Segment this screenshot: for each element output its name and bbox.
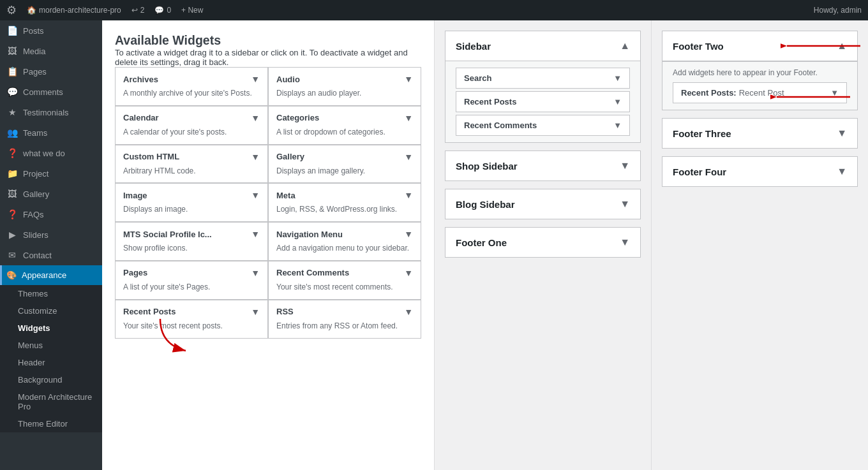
widget-rss-desc: Entries from any RSS or Atom feed. xyxy=(276,321,413,332)
pages-icon: 📋 xyxy=(6,66,18,77)
sub-item-header[interactable]: Header xyxy=(0,354,102,371)
shop-sidebar-header[interactable]: Shop Sidebar ▼ xyxy=(445,151,640,180)
blog-sidebar-title: Blog Sidebar xyxy=(456,199,515,210)
whatwedo-icon: ❓ xyxy=(6,148,18,158)
footer-four-header[interactable]: Footer Four ▼ xyxy=(662,157,857,186)
sidebar-item-teams[interactable]: 👥 Teams xyxy=(0,122,102,143)
sidebar-widget-recent-comments-arrow: ▼ xyxy=(613,121,622,130)
footer-four-arrow: ▼ xyxy=(837,166,847,177)
sub-item-theme-editor[interactable]: Theme Editor xyxy=(0,415,102,432)
sub-item-themes[interactable]: Themes xyxy=(0,285,102,302)
widget-audio[interactable]: Audio ▼ Displays an audio player. xyxy=(268,67,421,106)
sidebar-item-testimonials[interactable]: ★ Testimonials xyxy=(0,102,102,122)
sidebar-section-arrow: ▲ xyxy=(620,40,630,52)
widget-mts-social[interactable]: MTS Social Profile Ic... ▼ Show profile … xyxy=(115,222,268,261)
footer-two-body: Add widgets here to appear in your Foote… xyxy=(662,61,857,110)
sidebar-widget-recent-comments[interactable]: Recent Comments ▼ xyxy=(456,115,630,136)
widget-nav-menu[interactable]: Navigation Menu ▼ Add a navigation menu … xyxy=(268,222,421,261)
sidebar-widget-recent-posts-label: Recent Posts xyxy=(464,97,516,106)
faqs-icon: ❓ xyxy=(6,209,18,219)
blog-sidebar-header[interactable]: Blog Sidebar ▼ xyxy=(445,189,640,219)
footer-one-arrow: ▼ xyxy=(620,237,630,248)
sidebar-item-media[interactable]: 🖼 Media xyxy=(0,41,102,61)
widget-custom-html-arrow: ▼ xyxy=(251,152,260,162)
footer-two-widget-recent-posts[interactable]: Recent Posts: Recent Post ▼ xyxy=(673,82,847,103)
sidebar-widget-recent-posts[interactable]: Recent Posts ▼ xyxy=(456,91,630,112)
sidebar-section: Sidebar ▲ Search ▼ Recent Posts ▼ xyxy=(445,31,641,143)
footer-three-arrow: ▼ xyxy=(837,128,847,139)
widget-nav-menu-arrow: ▼ xyxy=(404,229,413,239)
widget-pages[interactable]: Pages ▼ A list of your site's Pages. xyxy=(115,261,268,300)
sidebar-item-sliders[interactable]: ▶ Sliders xyxy=(0,224,102,245)
sub-item-modern-arch[interactable]: Modern Architecture Pro xyxy=(0,388,102,415)
footer-two-arrow: ▲ xyxy=(837,40,847,52)
footer-one-title: Footer One xyxy=(456,237,507,248)
howdy-label: Howdy, admin xyxy=(814,6,862,15)
footer-one-header[interactable]: Footer One ▼ xyxy=(445,228,640,257)
admin-bar: ⚙ 🏠 morden-architecture-pro ↩ 2 💬 0 + Ne… xyxy=(0,0,868,20)
available-widgets-desc: To activate a widget drag it to a sideba… xyxy=(115,48,421,67)
comments-nav-icon: 💬 xyxy=(6,87,18,97)
widget-recent-posts-title: Recent Posts xyxy=(123,307,176,316)
widget-gallery-title: Gallery xyxy=(276,152,304,161)
widget-mts-social-title: MTS Social Profile Ic... xyxy=(123,230,212,239)
sidebar-item-pages[interactable]: 📋 Pages xyxy=(0,61,102,82)
widget-gallery[interactable]: Gallery ▼ Displays an image gallery. xyxy=(268,145,421,184)
media-label: Media xyxy=(23,47,45,56)
shop-sidebar-title: Shop Sidebar xyxy=(456,161,518,172)
new-bar[interactable]: + New xyxy=(181,6,203,15)
widget-calendar-arrow: ▼ xyxy=(251,113,260,123)
widget-gallery-arrow: ▼ xyxy=(404,152,413,162)
widget-recent-posts-desc: Your site's most recent posts. xyxy=(123,321,260,332)
widget-custom-html[interactable]: Custom HTML ▼ Arbitrary HTML code. xyxy=(115,145,268,184)
comments-bar[interactable]: 💬 0 xyxy=(154,6,171,15)
site-name-bar[interactable]: 🏠 morden-architecture-pro xyxy=(27,6,121,15)
widget-image[interactable]: Image ▼ Displays an image. xyxy=(115,183,268,222)
gallery-icon: 🖼 xyxy=(6,189,18,199)
widget-calendar-title: Calendar xyxy=(123,113,159,122)
sub-item-menus[interactable]: Menus xyxy=(0,337,102,354)
widget-recent-posts[interactable]: Recent Posts ▼ Your site's most recent p… xyxy=(115,300,268,339)
pages-label: Pages xyxy=(23,67,47,77)
sidebar-section-header[interactable]: Sidebar ▲ xyxy=(445,31,640,61)
footer-two-header[interactable]: Footer Two ▲ xyxy=(662,31,857,61)
revisions-bar[interactable]: ↩ 2 xyxy=(131,6,145,15)
house-icon: 🏠 xyxy=(27,6,36,15)
widget-meta[interactable]: Meta ▼ Login, RSS, & WordPress.org links… xyxy=(268,183,421,222)
widget-meta-arrow: ▼ xyxy=(404,190,413,200)
sidebar-item-faqs[interactable]: ❓ FAQs xyxy=(0,204,102,224)
widget-recent-comments[interactable]: Recent Comments ▼ Your site's most recen… xyxy=(268,261,421,300)
sidebar-item-comments[interactable]: 💬 Comments xyxy=(0,82,102,102)
widget-categories-desc: A list or dropdown of categories. xyxy=(276,127,413,138)
revisions-icon: ↩ xyxy=(131,6,138,15)
sidebar-item-contact[interactable]: ✉ Contact xyxy=(0,245,102,265)
sidebar-widget-recent-posts-arrow: ▼ xyxy=(613,97,622,106)
footer-three-header[interactable]: Footer Three ▼ xyxy=(662,119,857,148)
footer-two-recent-posts-label: Recent Posts: xyxy=(681,88,737,98)
sub-item-customize[interactable]: Customize xyxy=(0,302,102,319)
footer-two-recent-posts-arrow: ▼ xyxy=(830,88,839,98)
widget-calendar[interactable]: Calendar ▼ A calendar of your site's pos… xyxy=(115,106,268,145)
widget-audio-desc: Displays an audio player. xyxy=(276,88,413,99)
widget-rss[interactable]: RSS ▼ Entries from any RSS or Atom feed. xyxy=(268,300,421,339)
appearance-submenu: Themes Customize Widgets Menus Header Ba… xyxy=(0,285,102,432)
sidebar-widget-search[interactable]: Search ▼ xyxy=(456,68,630,89)
sidebar-item-project[interactable]: 📁 Project xyxy=(0,163,102,184)
appearance-icon: 🎨 xyxy=(6,270,17,280)
sidebar-item-whatwedo[interactable]: ❓ what we do xyxy=(0,143,102,163)
sidebar-item-posts[interactable]: 📄 Posts xyxy=(0,20,102,41)
faqs-label: FAQs xyxy=(23,210,44,219)
sidebar-section-title: Sidebar xyxy=(456,41,491,52)
widget-archives[interactable]: Archives ▼ A monthly archive of your sit… xyxy=(115,67,268,106)
sub-item-background[interactable]: Background xyxy=(0,371,102,388)
sidebar-item-gallery[interactable]: 🖼 Gallery xyxy=(0,184,102,204)
widget-image-desc: Displays an image. xyxy=(123,204,260,215)
widget-image-arrow: ▼ xyxy=(251,190,260,200)
sidebar-item-appearance[interactable]: 🎨 Appearance xyxy=(0,265,102,285)
widget-archives-desc: A monthly archive of your site's Posts. xyxy=(123,88,260,99)
footer-three-title: Footer Three xyxy=(673,128,731,139)
widget-categories[interactable]: Categories ▼ A list or dropdown of categ… xyxy=(268,106,421,145)
widget-calendar-desc: A calendar of your site's posts. xyxy=(123,127,260,138)
blog-sidebar-section: Blog Sidebar ▼ xyxy=(445,189,641,219)
sub-item-widgets[interactable]: Widgets xyxy=(0,319,102,337)
